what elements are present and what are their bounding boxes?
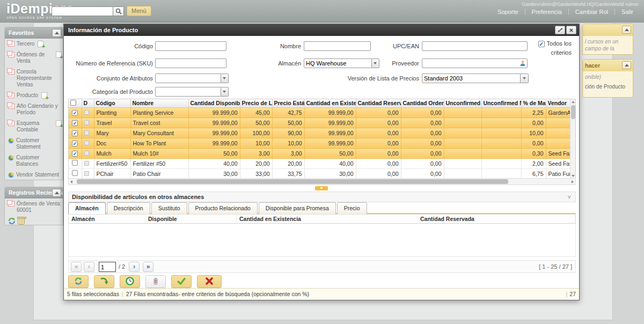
tab-precio[interactable]: Precio <box>337 202 367 214</box>
help-collapse-button[interactable] <box>622 26 631 34</box>
version-input[interactable] <box>422 73 521 83</box>
todo-collapse-button[interactable] <box>622 61 631 69</box>
recent-collapse-button[interactable] <box>52 189 61 197</box>
archive-button[interactable] <box>145 275 166 288</box>
last-page-button[interactable]: » <box>143 262 153 272</box>
prev-page-button[interactable]: ‹ <box>84 262 94 272</box>
refresh-icon[interactable] <box>8 217 16 225</box>
proveedor-input[interactable] <box>422 58 528 68</box>
all-criteria-checkbox[interactable] <box>538 41 545 47</box>
atributos-input[interactable] <box>155 73 221 83</box>
column-header-cant_exist[interactable]: Cantidad en Existencia <box>304 99 356 107</box>
refresh-button[interactable] <box>68 275 89 288</box>
confirm-button[interactable] <box>171 275 192 288</box>
column-header-sel[interactable] <box>69 99 82 107</box>
row-checkbox[interactable] <box>72 151 78 157</box>
new-record-icon[interactable] <box>56 120 62 127</box>
d-checkbox[interactable] <box>84 151 89 156</box>
cancel-button[interactable] <box>197 275 222 288</box>
column-header-d[interactable]: D <box>82 99 94 107</box>
select-all-checkbox[interactable] <box>70 100 76 106</box>
top-link-preferencia[interactable]: Preferencia <box>525 9 568 15</box>
d-checkbox[interactable] <box>84 171 89 176</box>
categoria-dropdown-button[interactable] <box>221 87 229 97</box>
nombre-input[interactable] <box>304 41 371 51</box>
row-checkbox[interactable] <box>72 170 78 176</box>
trash-icon[interactable] <box>18 218 25 225</box>
scroll-down-icon[interactable] <box>572 175 575 177</box>
availability-column-almac-n[interactable]: Almacén <box>69 215 145 223</box>
column-header-margen[interactable]: % de Margen <box>521 99 546 107</box>
codigo-input[interactable] <box>155 41 226 51</box>
business-partner-icon[interactable] <box>519 60 526 67</box>
scrollbar-thumb[interactable] <box>571 105 575 119</box>
maximize-button[interactable] <box>555 26 565 34</box>
menu-button[interactable]: Menú <box>127 6 151 16</box>
scroll-right-icon[interactable] <box>572 180 574 183</box>
upc-input[interactable] <box>422 41 528 51</box>
availability-column-disponible[interactable]: Disponible <box>145 215 237 223</box>
scroll-up-icon[interactable] <box>572 101 575 103</box>
search-button[interactable] <box>113 6 124 16</box>
recent-record-item[interactable]: Órdenes de Venta: 60001 <box>5 198 63 216</box>
sidebar-item--rdenes-de-venta[interactable]: Órdenes de Venta <box>5 49 63 67</box>
tab-almac-n[interactable]: Almacén <box>68 202 106 214</box>
chevron-down-icon[interactable]: ˅ <box>568 192 571 202</box>
availability-column-cantidad-en-existencia[interactable]: Cantidad en Existencia <box>237 215 418 223</box>
next-page-button[interactable]: › <box>129 262 140 272</box>
table-row[interactable]: DocHow To Plant99.999,0010,0010,0099.999… <box>69 138 576 148</box>
horizontal-scrollbar[interactable] <box>68 178 576 185</box>
table-row[interactable]: MaryMary Consultant99.999,00100,0090,009… <box>69 128 576 138</box>
d-checkbox[interactable] <box>84 141 89 145</box>
table-row[interactable]: MulchMulch 10#50,003,003,0050,000,000,00… <box>69 148 576 158</box>
table-row[interactable]: PChairPatio Chair30,0033,0033,7530,000,0… <box>69 168 576 179</box>
top-link-soporte[interactable]: Soporte <box>491 9 525 15</box>
splitter-handle[interactable] <box>315 186 328 190</box>
tab-disponible-para-promesa[interactable]: Disponible para Promesa <box>259 202 336 214</box>
first-page-button[interactable]: « <box>71 262 82 272</box>
almacen-input[interactable] <box>304 58 372 68</box>
sidebar-item-vendor-statement[interactable]: Vendor Statement <box>5 170 63 180</box>
page-number-input[interactable] <box>99 262 116 272</box>
sidebar-item-esquema-contable[interactable]: Esquema Contable <box>5 118 63 135</box>
vertical-scrollbar[interactable] <box>570 99 575 179</box>
top-link-salir[interactable]: Salir <box>614 9 640 15</box>
history-button[interactable] <box>120 275 140 288</box>
column-header-cant_res[interactable]: Cantidad Reservada <box>356 99 401 107</box>
atributos-dropdown-button[interactable] <box>221 73 229 83</box>
search-input[interactable] <box>52 6 113 16</box>
sidebar-item-customer-statement[interactable]: Customer Statement <box>5 135 63 152</box>
sku-input[interactable] <box>155 58 226 68</box>
sidebar-item-a-o-calendario-y-per-odo[interactable]: Año Calendario y Período <box>5 101 63 118</box>
new-record-icon[interactable] <box>38 41 43 47</box>
column-header-nombre[interactable]: Nombre <box>130 99 188 107</box>
dialog-titlebar[interactable]: Información de Producto <box>64 24 579 36</box>
tab-descripci-n[interactable]: Descripción <box>107 202 150 214</box>
d-checkbox[interactable] <box>84 130 89 135</box>
availability-column-cantidad-reservada[interactable]: Cantidad Reservada <box>418 215 575 223</box>
table-row[interactable]: PlantingPlanting Service99.999,0045,0042… <box>69 107 576 117</box>
row-checkbox[interactable] <box>72 130 78 136</box>
column-header-unconf_move[interactable]: Unconfirmed Move <box>481 99 521 107</box>
top-link-cambiar-rol[interactable]: Cambiar Rol <box>568 9 614 15</box>
column-header-p_lista[interactable]: Precio de Lista <box>240 99 272 107</box>
column-header-cant_ord[interactable]: Cantidad Ordenada <box>401 99 444 107</box>
row-checkbox[interactable] <box>72 120 78 126</box>
d-checkbox[interactable] <box>84 110 89 115</box>
sidebar-item-customer-balances[interactable]: Customer Balances <box>5 152 63 170</box>
column-header-codigo[interactable]: Código <box>94 99 130 107</box>
d-checkbox[interactable] <box>84 161 89 166</box>
tab-producto-relacionado[interactable]: Producto Relacionado <box>188 202 258 214</box>
scroll-left-icon[interactable] <box>70 180 72 183</box>
table-row[interactable]: TravelTravel cost99.999,0050,0050,0099.9… <box>69 117 576 128</box>
close-button[interactable]: ✕ <box>566 26 576 34</box>
table-row[interactable]: Fertilizer#50Fertilizer #5040,0020,0020,… <box>69 158 576 168</box>
row-checkbox[interactable] <box>72 110 78 116</box>
column-header-unconf_qty[interactable]: Unconfirmed Qty <box>444 99 481 107</box>
sidebar-item-producto[interactable]: Producto <box>5 90 63 101</box>
hscrollbar-thumb[interactable] <box>77 179 508 184</box>
sidebar-item-tercero[interactable]: Tercero <box>5 39 63 49</box>
version-dropdown-button[interactable] <box>521 73 529 83</box>
new-record-icon[interactable] <box>41 92 47 99</box>
column-header-cant_disp[interactable]: Cantidad Disponible <box>188 99 240 107</box>
